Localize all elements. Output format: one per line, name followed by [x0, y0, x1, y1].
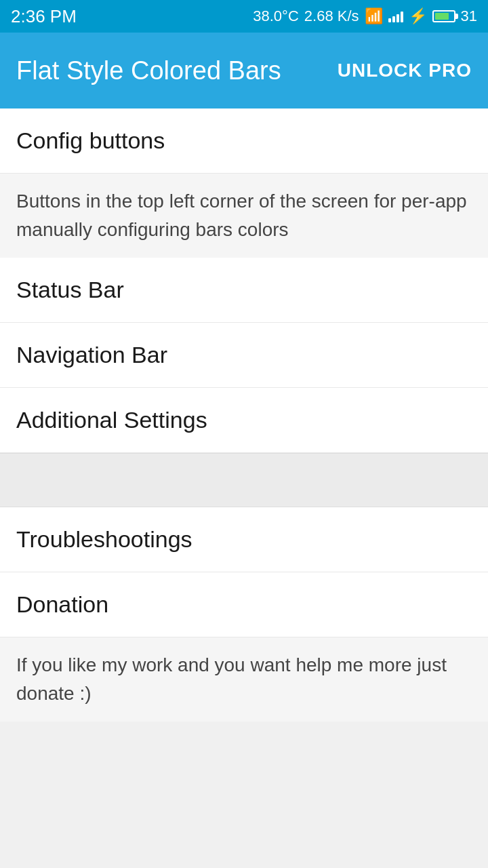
menu-item-additional-settings-title: Additional Settings	[16, 407, 472, 433]
unlock-pro-button[interactable]: UNLOCK PRO	[338, 60, 472, 81]
menu-item-troubleshootings[interactable]: Troubleshootings	[0, 507, 488, 572]
menu-item-status-bar[interactable]: Status Bar	[0, 258, 488, 323]
battery-level-text: 31	[461, 7, 477, 25]
menu-item-troubleshootings-title: Troubleshootings	[16, 526, 472, 553]
signal-bars-icon	[388, 10, 403, 22]
config-buttons-subtitle: Buttons in the top left corner of the sc…	[0, 174, 488, 258]
wifi-icon: 📶	[365, 7, 383, 25]
section-divider	[0, 453, 488, 507]
menu-item-donation-title: Donation	[16, 591, 472, 618]
menu-item-config-buttons[interactable]: Config buttons	[0, 108, 488, 174]
main-content: Config buttons Buttons in the top left c…	[0, 108, 488, 453]
status-time: 2:36 PM	[11, 6, 77, 27]
donation-subtitle: If you like my work and you want help me…	[0, 637, 488, 722]
menu-item-navigation-bar[interactable]: Navigation Bar	[0, 323, 488, 388]
bottom-content: Troubleshootings Donation If you like my…	[0, 507, 488, 722]
app-bar: Flat Style Colored Bars UNLOCK PRO	[0, 33, 488, 108]
menu-item-status-bar-title: Status Bar	[16, 277, 472, 303]
status-right-icons: 38.0°C 2.68 K/s 📶 ⚡ 31	[253, 7, 477, 25]
charging-icon: ⚡	[409, 7, 427, 25]
battery-icon	[432, 10, 455, 22]
menu-item-config-buttons-title: Config buttons	[16, 127, 472, 154]
menu-item-navigation-bar-title: Navigation Bar	[16, 342, 472, 368]
data-speed-text: 2.68 K/s	[304, 7, 359, 25]
app-title: Flat Style Colored Bars	[16, 56, 281, 85]
temperature-text: 38.0°C	[253, 7, 299, 25]
menu-item-donation[interactable]: Donation	[0, 572, 488, 637]
menu-item-additional-settings[interactable]: Additional Settings	[0, 388, 488, 453]
remaining-space	[0, 722, 488, 868]
status-bar: 2:36 PM 38.0°C 2.68 K/s 📶 ⚡ 31	[0, 0, 488, 33]
